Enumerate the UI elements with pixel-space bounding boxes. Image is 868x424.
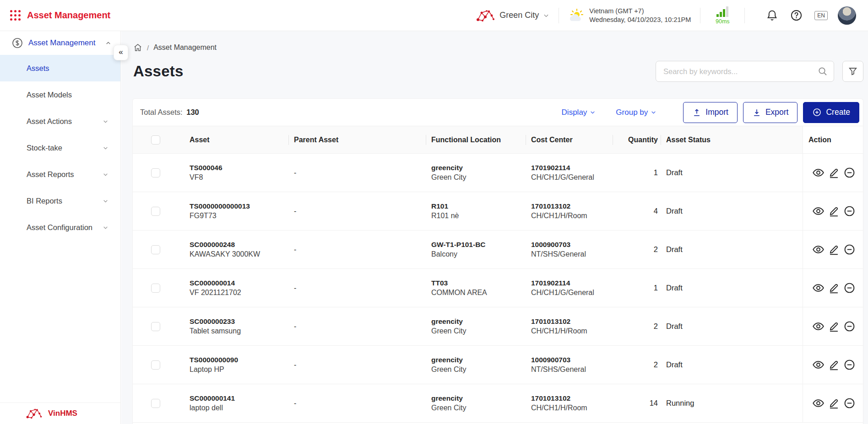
chevron-down-icon [103,118,108,124]
select-all-checkbox[interactable] [151,135,160,145]
import-button[interactable]: Import [683,102,738,123]
primary-text: TT03 [431,279,487,287]
asset-cell-text: TS0000000000013FG9T73 [190,202,250,220]
deactivate-button[interactable] [843,205,856,217]
parent-asset-cell: - [288,269,426,307]
select-all-cell [133,126,184,153]
edit-button[interactable] [828,166,840,179]
deactivate-button[interactable] [843,320,856,333]
asset-cell-text: SC000000014VF 2021121702 [190,279,241,297]
row-checkbox-cell [133,384,184,422]
filter-button[interactable] [842,61,863,82]
view-icon [812,359,825,371]
deactivate-button[interactable] [843,359,856,371]
signal-bars-icon [716,6,729,18]
secondary-text: COMMON AREA [431,289,487,297]
edit-button[interactable] [828,282,840,294]
deactivate-button[interactable] [843,166,856,179]
edit-button[interactable] [828,397,840,409]
view-button[interactable] [812,205,825,217]
quantity-cell: 2 [613,231,661,268]
primary-text: SC000000014 [190,279,241,287]
page-title: Assets [133,63,183,80]
create-button[interactable]: Create [803,102,859,123]
group-by-dropdown[interactable]: Group by [616,108,656,117]
edit-button[interactable] [828,359,840,371]
row-checkbox[interactable] [151,245,160,254]
table-row: TS0000000000013FG9T73-R101R101 nè1701013… [133,192,863,231]
cost-center-cell: 1701013102CH/CH1/H/Room [526,384,613,422]
asset-cell: SC000000141laptop dell [184,384,288,422]
help-button[interactable] [790,9,803,21]
view-button[interactable] [812,397,825,409]
view-button[interactable] [812,320,825,333]
edit-button[interactable] [828,205,840,217]
sidebar-item-asset-configuration[interactable]: Asset Configuration [0,214,120,241]
edit-button[interactable] [828,320,840,333]
functional-location-cell: TT03COMMON AREA [426,269,526,307]
search-input[interactable] [656,61,834,82]
sidebar-item-bi-reports[interactable]: BI Reports [0,188,120,214]
view-icon [812,166,825,179]
import-label: Import [705,107,728,117]
sidebar-item-assets[interactable]: Assets [0,55,120,81]
brand-label: VinHMS [48,409,77,418]
view-button[interactable] [812,166,825,179]
sidebar-item-asset-actions[interactable]: Asset Actions [0,108,120,134]
view-button[interactable] [812,243,825,256]
row-checkbox[interactable] [151,207,160,216]
row-checkbox[interactable] [151,284,160,293]
sidebar-item-asset-reports[interactable]: Asset Reports [0,161,120,188]
functional-location-cell: greencityGreen City [426,384,526,422]
sidebar-item-stock-take[interactable]: Stock-take [0,134,120,161]
action-cell [803,231,863,268]
search-icon[interactable] [817,66,828,77]
quantity-cell: 2 [613,307,661,345]
sidebar-item-asset-models[interactable]: Asset Models [0,81,120,108]
status-cell: Running [661,384,803,422]
notifications-button[interactable] [766,9,778,21]
row-checkbox[interactable] [151,360,160,370]
chevron-down-icon [103,225,108,231]
app-title: Asset Management [27,10,110,21]
chevron-up-icon [105,40,111,46]
row-checkbox[interactable] [151,322,160,331]
secondary-text: Green City [431,404,466,412]
deactivate-icon [843,243,856,256]
secondary-text: NT/SHS/General [531,365,586,374]
sidebar-collapse-button[interactable]: « [114,45,128,60]
edit-icon [828,359,840,371]
status-cell: Draft [661,154,803,192]
asset-cell-text: TS000046VF8 [190,164,222,182]
sidebar-root-asset-management[interactable]: Asset Management [0,31,120,55]
view-button[interactable] [812,359,825,371]
breadcrumb-current[interactable]: Asset Management [153,43,217,52]
deactivate-button[interactable] [843,282,856,294]
deactivate-button[interactable] [843,243,856,256]
user-avatar[interactable] [838,6,856,25]
deactivate-button[interactable] [843,397,856,409]
home-icon[interactable] [133,43,142,52]
row-checkbox[interactable] [151,399,160,408]
quantity-cell: 14 [613,384,661,422]
latency-label: 90ms [716,18,730,25]
app-grid-icon[interactable] [10,10,21,21]
view-button[interactable] [812,282,825,294]
parent-asset-cell: - [288,192,426,230]
sidebar-item-label: Asset Models [27,91,108,99]
language-badge[interactable]: EN [814,11,828,20]
row-checkbox[interactable] [151,168,160,177]
display-dropdown[interactable]: Display [562,108,596,117]
export-button[interactable]: Export [743,102,798,123]
quantity-cell: 2 [613,346,661,384]
edit-button[interactable] [828,243,840,256]
row-checkbox-cell [133,307,184,345]
breadcrumb: / Asset Management [133,43,217,52]
functional-location-cell: greencityGreen City [426,346,526,384]
asset-cell-text: SC000000141laptop dell [190,394,235,412]
secondary-text: Green City [431,327,466,335]
deactivate-icon [843,320,856,333]
header-divider [700,8,700,23]
tenant-selector[interactable]: Green City [475,8,549,23]
column-header-asset-status: Asset Status [661,126,803,153]
